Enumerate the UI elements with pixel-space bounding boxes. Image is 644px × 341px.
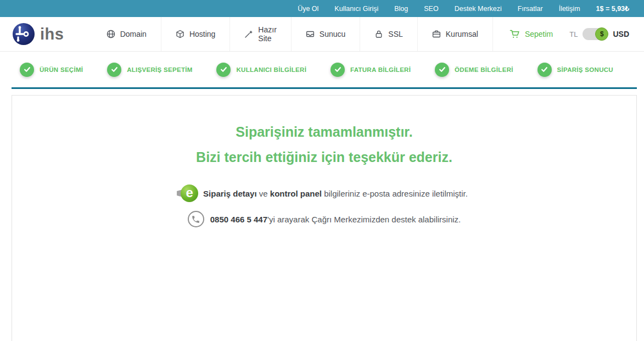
step-kullanici-bilgileri: KULLANICI BİLGİLERİ: [216, 63, 306, 77]
currency-toggle[interactable]: $: [583, 28, 608, 40]
check-icon: [216, 63, 231, 77]
topbar-link-iletisim[interactable]: İletişim: [559, 5, 580, 13]
step-label: ALIŞVERİŞ SEPETİM: [127, 66, 192, 73]
step-alisveris-sepetim: ALIŞVERİŞ SEPETİM: [107, 63, 192, 77]
email-icon: e: [181, 185, 198, 202]
briefcase-icon: [432, 30, 441, 38]
step-label: ÖDEME BİLGİLERİ: [455, 66, 513, 73]
globe-icon: [107, 30, 115, 38]
lock-icon: [374, 30, 383, 38]
topbar: Üye Ol Kullanıcı Girişi Blog SEO Destek …: [0, 0, 644, 17]
nav-item-kurumsal[interactable]: Kurumsal: [417, 17, 492, 51]
magic-wand-icon: [244, 30, 253, 38]
cart-icon: [509, 29, 520, 40]
nav-item-hazir-site[interactable]: Hazır Site: [229, 17, 290, 51]
nav-label: SSL: [388, 30, 402, 38]
nav-item-hosting[interactable]: Hosting: [161, 17, 229, 51]
nav-label: Hazır Site: [258, 25, 276, 43]
step-label: ÜRÜN SEÇİMİ: [40, 66, 83, 73]
package-icon: [176, 30, 184, 38]
topbar-link-seo[interactable]: SEO: [424, 5, 438, 13]
step-odeme-bilgileri: ÖDEME BİLGİLERİ: [435, 63, 513, 77]
step-urun-secimi: ÜRÜN SEÇİMİ: [20, 63, 83, 77]
steps-divider: [12, 87, 637, 89]
check-icon: [435, 63, 449, 77]
topbar-link-firsatlar[interactable]: Fırsatlar: [518, 5, 543, 13]
server-icon: [306, 30, 315, 38]
check-icon: [331, 63, 345, 77]
nav-item-sunucu[interactable]: Sunucu: [291, 17, 360, 51]
thank-you-heading: Bizi tercih ettiğiniz için teşekkür eder…: [12, 149, 636, 165]
phone-info-row: 0850 466 5 447'yi arayarak Çağrı Merkezi…: [12, 211, 636, 227]
email-icon-letter: e: [181, 185, 198, 202]
topbar-link-blog[interactable]: Blog: [394, 5, 408, 13]
currency-switcher: TL $ USD: [569, 17, 644, 51]
checkout-steps: ÜRÜN SEÇİMİ ALIŞVERİŞ SEPETİM KULLANICI …: [0, 52, 644, 87]
exchange-rate: 1$ = 5,93₺: [596, 4, 629, 13]
cart-label: Sepetim: [525, 30, 553, 38]
order-result-panel: Siparişiniz tamamlanmıştır. Bizi tercih …: [12, 95, 637, 341]
topbar-link-kullanici-girisi[interactable]: Kullanıcı Girişi: [334, 5, 378, 13]
step-label: KULLANICI BİLGİLERİ: [236, 66, 306, 73]
topbar-link-destek-merkezi[interactable]: Destek Merkezi: [455, 5, 502, 13]
currency-tl-label[interactable]: TL: [569, 30, 578, 38]
check-icon: [107, 63, 121, 77]
step-siparis-sonucu: SİPARİŞ SONUCU: [537, 63, 613, 77]
order-complete-heading: Siparişiniz tamamlanmıştır.: [12, 96, 636, 140]
cart-button[interactable]: Sepetim: [492, 17, 569, 51]
logo[interactable]: ihs: [0, 17, 92, 51]
logo-text: ihs: [40, 25, 64, 43]
ihs-logo-icon: [12, 23, 35, 46]
topbar-link-uye-ol[interactable]: Üye Ol: [298, 5, 318, 13]
nav-label: Domain: [120, 30, 147, 38]
phone-icon: [188, 211, 204, 227]
nav-label: Kurumsal: [446, 30, 478, 38]
step-label: SİPARİŞ SONUCU: [557, 66, 613, 73]
currency-toggle-knob[interactable]: $: [595, 27, 608, 41]
check-icon: [537, 63, 552, 77]
nav-label: Sunucu: [320, 30, 345, 38]
check-icon: [20, 63, 34, 77]
main-nav: Domain Hosting Hazır Site: [92, 17, 492, 51]
nav-item-domain[interactable]: Domain: [92, 17, 161, 51]
step-fatura-bilgileri: FATURA BİLGİLERİ: [331, 63, 411, 77]
email-info-row: e Sipariş detayı ve kontrol panel bilgil…: [12, 185, 636, 202]
currency-usd-label[interactable]: USD: [613, 30, 629, 38]
header: ihs Domain Hosting: [0, 17, 644, 52]
nav-label: Hosting: [189, 30, 215, 38]
phone-info-text: 0850 466 5 447'yi arayarak Çağrı Merkezi…: [210, 215, 461, 224]
nav-item-ssl[interactable]: SSL: [360, 17, 417, 51]
email-info-text: Sipariş detayı ve kontrol panel bilgiler…: [203, 189, 468, 198]
step-label: FATURA BİLGİLERİ: [350, 66, 411, 73]
